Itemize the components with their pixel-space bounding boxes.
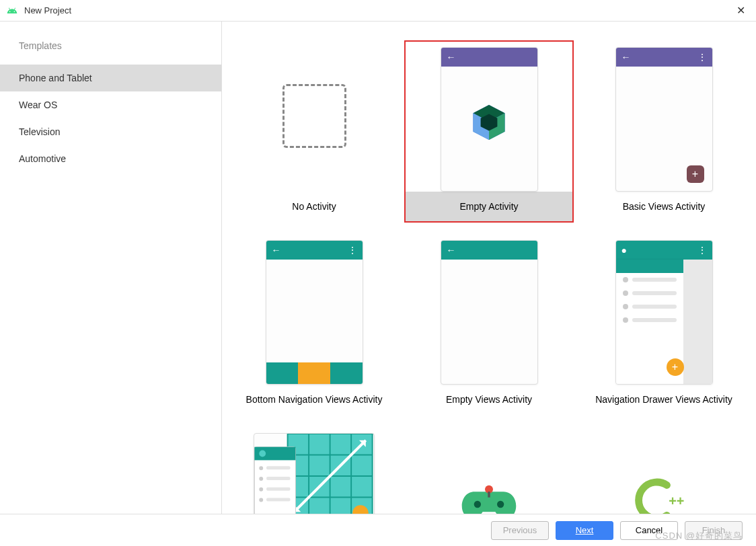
preview-empty-activity: ← [441, 47, 538, 192]
sidebar-item-television[interactable]: Television [0, 118, 221, 145]
template-card-empty-activity[interactable]: ← Empty Activity [406, 42, 572, 221]
sidebar-item-wear-os[interactable]: Wear OS [0, 91, 221, 118]
cpp-icon: ++ [634, 477, 694, 514]
template-card-bottom-nav[interactable]: ←⋮ Bottom Navigation Views Activity [231, 235, 398, 414]
more-icon: ⋮ [697, 245, 707, 255]
close-icon[interactable]: ✕ [732, 4, 749, 17]
main: Templates Phone and Tablet Wear OS Telev… [0, 22, 756, 514]
titlebar: New Project ✕ [0, 0, 756, 22]
gamepad-icon [459, 480, 519, 514]
svg-point-18 [259, 466, 263, 470]
preview-responsive [254, 433, 375, 514]
template-card-game[interactable] [406, 428, 572, 514]
template-card-nav-drawer[interactable]: ●⋮ + Navigation Drawer Views Activity [580, 235, 747, 414]
template-card-basic-views[interactable]: ←⋮ + Basic Views Activity [580, 42, 747, 221]
preview-no-activity [266, 47, 363, 192]
template-label: Empty Activity [406, 192, 572, 221]
appbar: ←⋮ [616, 48, 712, 67]
svg-point-28 [497, 501, 504, 508]
appbar: ← [441, 241, 537, 260]
sidebar-item-label: Wear OS [19, 100, 57, 110]
svg-rect-30 [488, 492, 490, 498]
responsive-layout-icon [254, 434, 374, 514]
template-grid: No Activity ← Empty Activity [235, 42, 743, 514]
sidebar-item-label: Automotive [19, 153, 66, 164]
fab-icon: + [667, 358, 684, 376]
svg-point-17 [259, 451, 266, 457]
drawer-body [616, 260, 712, 384]
more-icon: ⋮ [697, 52, 707, 62]
preview-nav-drawer: ●⋮ + [615, 240, 713, 385]
appbar: ●⋮ [616, 241, 712, 260]
sidebar: Templates Phone and Tablet Wear OS Telev… [0, 22, 222, 514]
back-arrow-icon: ← [621, 52, 631, 62]
sidebar-item-label: Television [19, 126, 60, 137]
next-button[interactable]: Next [556, 521, 613, 540]
template-card-no-activity[interactable]: No Activity [231, 42, 398, 221]
svg-rect-21 [266, 477, 290, 480]
svg-rect-23 [266, 488, 290, 491]
previous-button: Previous [491, 521, 549, 540]
sidebar-header: Templates [0, 40, 221, 65]
appbar: ← [441, 48, 537, 67]
preview-bottom-nav: ←⋮ [266, 240, 363, 385]
template-label: Bottom Navigation Views Activity [231, 385, 398, 414]
svg-point-22 [259, 488, 263, 492]
finish-button: Finish [685, 521, 743, 540]
circle-icon: ● [621, 245, 627, 255]
fab-icon: + [687, 165, 704, 183]
appbar: ←⋮ [266, 241, 363, 260]
svg-rect-25 [266, 498, 290, 502]
back-arrow-icon: ← [272, 245, 281, 255]
preview-game [441, 433, 538, 514]
footer: Previous Next Cancel Finish [0, 514, 756, 546]
back-arrow-icon: ← [447, 245, 456, 255]
template-label: Empty Views Activity [406, 385, 572, 414]
template-card-responsive[interactable] [231, 428, 398, 514]
template-grid-container: No Activity ← Empty Activity [222, 22, 756, 514]
preview-cpp: ++ [615, 433, 713, 514]
sidebar-item-automotive[interactable]: Automotive [0, 145, 221, 172]
more-icon: ⋮ [348, 245, 357, 255]
bottom-nav-icon [266, 362, 363, 384]
svg-text:++: ++ [669, 494, 684, 508]
preview-basic-views: ←⋮ + [615, 47, 713, 192]
sidebar-item-phone-tablet[interactable]: Phone and Tablet [0, 65, 221, 91]
template-card-cpp[interactable]: ++ [580, 428, 747, 514]
svg-point-20 [259, 477, 263, 481]
template-label: Basic Views Activity [580, 192, 747, 221]
template-card-empty-views[interactable]: ← Empty Views Activity [406, 235, 572, 414]
sidebar-item-label: Phone and Tablet [19, 73, 92, 83]
preview-empty-views: ← [441, 240, 538, 385]
back-arrow-icon: ← [447, 52, 456, 62]
window-title: New Project [24, 5, 732, 15]
android-icon [7, 5, 17, 16]
cancel-button[interactable]: Cancel [620, 521, 678, 540]
jetpack-compose-icon [468, 102, 510, 143]
template-label: No Activity [231, 192, 398, 221]
dashed-box-icon [282, 84, 346, 148]
svg-point-27 [474, 501, 481, 508]
svg-point-24 [259, 498, 263, 502]
template-label: Navigation Drawer Views Activity [580, 385, 747, 414]
svg-rect-19 [266, 466, 290, 469]
